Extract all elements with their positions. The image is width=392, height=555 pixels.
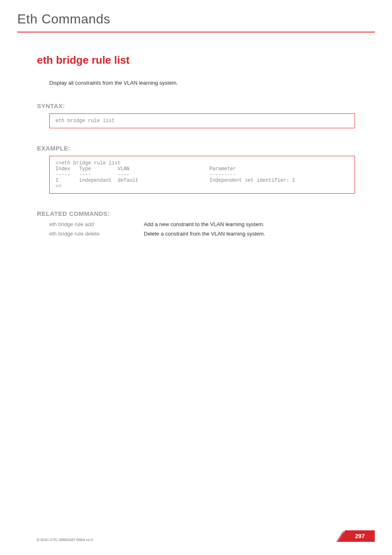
- syntax-code: eth bridge rule list: [49, 113, 355, 128]
- related-desc: Add a new constraint to the VLAN learnin…: [144, 221, 264, 227]
- related-cmd: eth bridge rule add: [49, 221, 144, 227]
- page-number-badge: 297: [338, 530, 375, 542]
- related-cmd: eth bridge rule delete: [49, 231, 144, 237]
- related-row: eth bridge rule add Add a new constraint…: [49, 221, 355, 227]
- header-rule: [17, 32, 375, 32]
- related-table: eth bridge rule add Add a new constraint…: [49, 221, 355, 237]
- chapter-title: Eth Commands: [0, 0, 392, 32]
- syntax-heading: SYNTAX:: [37, 102, 355, 109]
- doc-id: E-DOC-CTC-20061027-0004 v1.0: [37, 538, 93, 542]
- example-code: =>eth bridge rule list Index Type VLAN P…: [49, 156, 355, 194]
- related-heading: RELATED COMMANDS:: [37, 210, 355, 217]
- badge-triangle: [338, 530, 345, 542]
- related-desc: Delete a constraint from the VLAN learni…: [144, 231, 265, 237]
- example-heading: EXAMPLE:: [37, 145, 355, 152]
- related-row: eth bridge rule delete Delete a constrai…: [49, 231, 355, 237]
- page-content: eth bridge rule list Display all constra…: [0, 54, 392, 237]
- command-title: eth bridge rule list: [37, 54, 355, 67]
- page-footer: E-DOC-CTC-20061027-0004 v1.0 297: [37, 530, 375, 542]
- page-number: 297: [345, 530, 375, 542]
- command-description: Display all constraints from the VLAN le…: [49, 80, 355, 86]
